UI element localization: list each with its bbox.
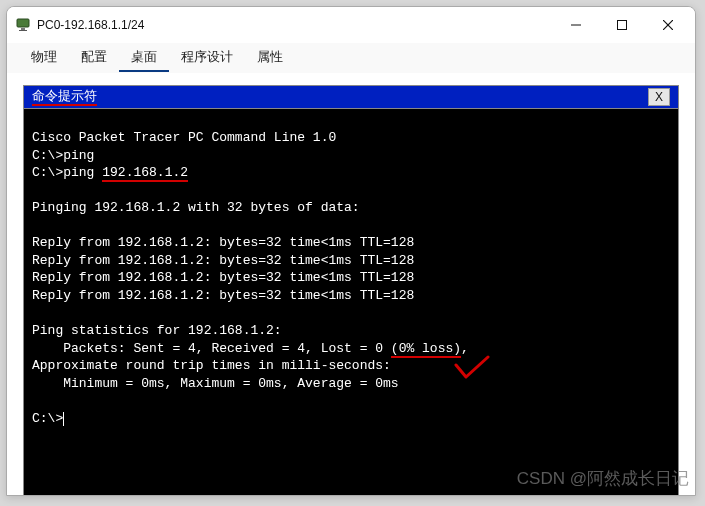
cmd-1: ping <box>63 148 94 163</box>
svg-rect-4 <box>618 21 627 30</box>
reply-line: Reply from 192.168.1.2: bytes=32 time<1m… <box>32 235 414 250</box>
cmd-2-pre: ping <box>63 165 102 180</box>
svg-rect-2 <box>19 30 27 31</box>
reply-line: Reply from 192.168.1.2: bytes=32 time<1m… <box>32 253 414 268</box>
prompt-3: C:\> <box>32 411 63 426</box>
cmd-titlebar[interactable]: 命令提示符 X <box>23 85 679 109</box>
window-title: PC0-192.168.1.1/24 <box>37 18 553 32</box>
rtt-header: Approximate round trip times in milli-se… <box>32 358 391 373</box>
banner-line: Cisco Packet Tracer PC Command Line 1.0 <box>32 130 336 145</box>
rtt-values: Minimum = 0ms, Maximum = 0ms, Average = … <box>32 376 399 391</box>
svg-rect-1 <box>21 28 25 30</box>
stats-loss: (0% loss) <box>391 341 461 358</box>
tab-physical[interactable]: 物理 <box>19 44 69 72</box>
close-button[interactable] <box>645 9 691 41</box>
prompt-2: C:\> <box>32 165 63 180</box>
pc-icon <box>15 17 31 33</box>
content-area: 命令提示符 X Cisco Packet Tracer PC Command L… <box>7 73 695 495</box>
prompt-1: C:\> <box>32 148 63 163</box>
stats-header: Ping statistics for 192.168.1.2: <box>32 323 282 338</box>
maximize-button[interactable] <box>599 9 645 41</box>
terminal[interactable]: Cisco Packet Tracer PC Command Line 1.0 … <box>23 109 679 495</box>
titlebar[interactable]: PC0-192.168.1.1/24 <box>7 7 695 43</box>
checkmark-annotation <box>454 355 490 381</box>
svg-rect-0 <box>17 19 29 27</box>
cmd-title: 命令提示符 <box>32 88 97 106</box>
tab-programming[interactable]: 程序设计 <box>169 44 245 72</box>
cmd-close-button[interactable]: X <box>648 88 670 106</box>
stats-packets-pre: Packets: Sent = 4, Received = 4, Lost = … <box>32 341 391 356</box>
tab-desktop[interactable]: 桌面 <box>119 44 169 72</box>
tab-bar: 物理 配置 桌面 程序设计 属性 <box>7 43 695 73</box>
reply-line: Reply from 192.168.1.2: bytes=32 time<1m… <box>32 288 414 303</box>
tab-config[interactable]: 配置 <box>69 44 119 72</box>
minimize-button[interactable] <box>553 9 599 41</box>
cmd-2-target: 192.168.1.2 <box>102 165 188 182</box>
tab-attributes[interactable]: 属性 <box>245 44 295 72</box>
cursor <box>63 412 64 426</box>
app-window: PC0-192.168.1.1/24 物理 配置 桌面 程序设计 属性 命令提示… <box>6 6 696 496</box>
pinging-line: Pinging 192.168.1.2 with 32 bytes of dat… <box>32 200 360 215</box>
reply-line: Reply from 192.168.1.2: bytes=32 time<1m… <box>32 270 414 285</box>
